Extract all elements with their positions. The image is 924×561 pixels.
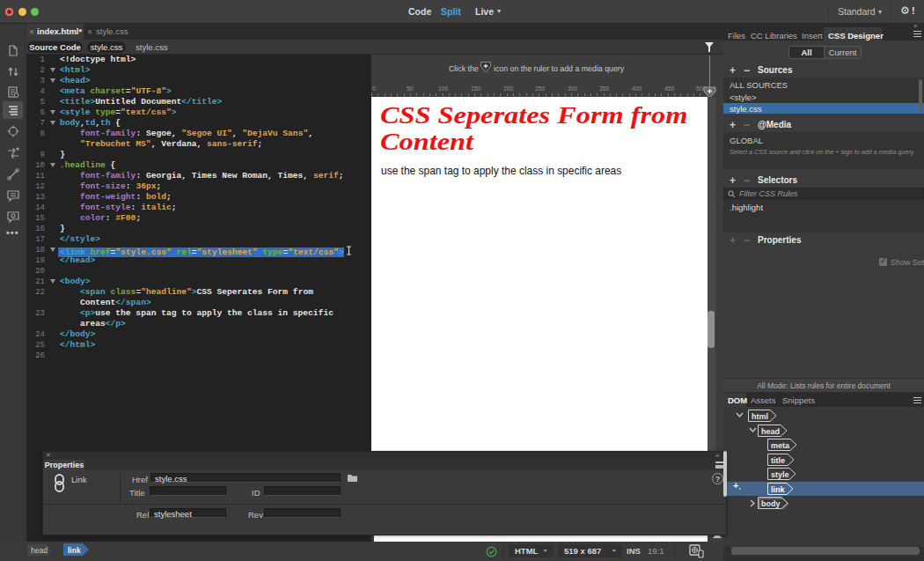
- svg-text:head: head: [761, 427, 780, 436]
- svg-text:link: link: [68, 546, 81, 555]
- svg-text:body: body: [761, 499, 781, 508]
- svg-text:html: html: [752, 412, 768, 421]
- svg-text:head: head: [31, 546, 48, 555]
- svg-text:style: style: [771, 470, 789, 479]
- svg-text:link: link: [771, 485, 785, 494]
- svg-text:title: title: [771, 456, 785, 465]
- svg-text:meta: meta: [771, 441, 790, 450]
